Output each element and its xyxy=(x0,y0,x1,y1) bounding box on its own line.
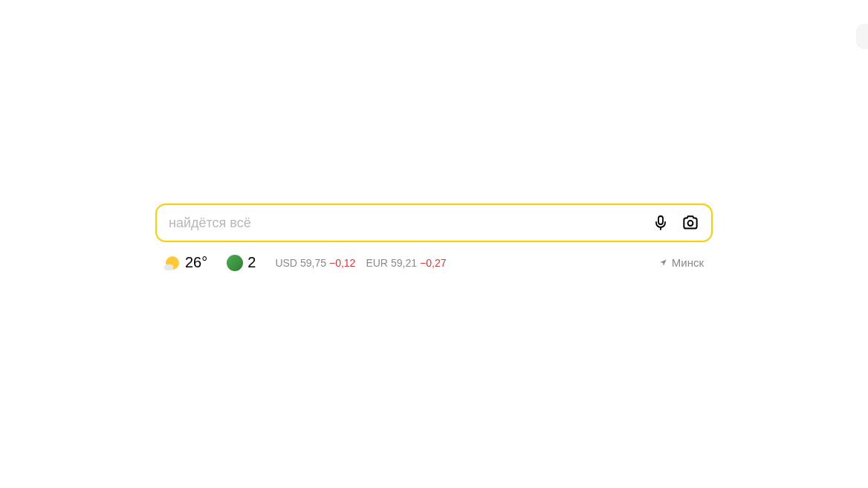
weather-widget[interactable]: 26° xyxy=(164,254,207,271)
location-widget[interactable]: Минск xyxy=(659,256,704,269)
temperature-value: 26° xyxy=(185,254,207,271)
traffic-status-icon xyxy=(227,255,243,271)
side-tab[interactable] xyxy=(856,24,868,49)
svg-rect-0 xyxy=(658,216,663,224)
search-bar xyxy=(155,204,713,242)
location-arrow-icon xyxy=(659,258,668,267)
location-city: Минск xyxy=(672,256,704,269)
traffic-widget[interactable]: 2 xyxy=(227,254,256,271)
search-icons-group xyxy=(650,212,701,233)
usd-value: 59,75 xyxy=(300,257,326,269)
eur-rate[interactable]: EUR 59,21 −0,27 xyxy=(366,257,446,269)
voice-search-button[interactable] xyxy=(650,212,671,233)
traffic-level-value: 2 xyxy=(247,254,256,271)
eur-value: 59,21 xyxy=(391,257,417,269)
image-search-button[interactable] xyxy=(680,212,701,233)
eur-change: −0,27 xyxy=(420,257,446,269)
main-container: 26° 2 USD 59,75 −0,12 EUR 59,21 −0,27 xyxy=(155,204,713,271)
usd-rate[interactable]: USD 59,75 −0,12 xyxy=(275,257,355,269)
usd-change: −0,12 xyxy=(329,257,355,269)
sun-cloud-icon xyxy=(164,255,181,271)
usd-code: USD xyxy=(275,257,297,269)
microphone-icon xyxy=(652,214,670,232)
svg-point-2 xyxy=(688,221,693,226)
currency-rates: USD 59,75 −0,12 EUR 59,21 −0,27 xyxy=(275,257,446,269)
search-input[interactable] xyxy=(169,215,650,231)
camera-icon xyxy=(681,213,700,232)
eur-code: EUR xyxy=(366,257,388,269)
info-row: 26° 2 USD 59,75 −0,12 EUR 59,21 −0,27 xyxy=(155,254,713,271)
